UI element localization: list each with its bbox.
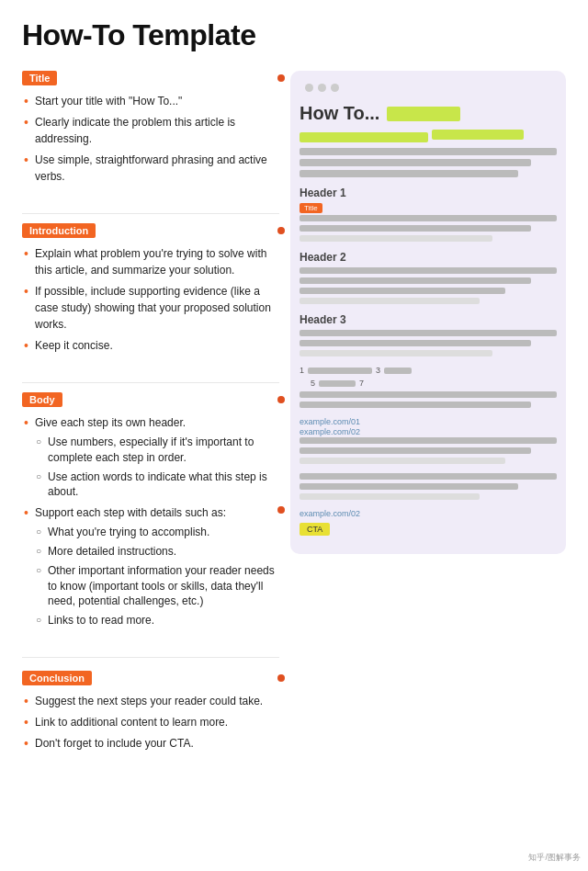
dot-3 bbox=[331, 84, 339, 92]
h1-bar-2 bbox=[300, 225, 531, 232]
h2-bar-4 bbox=[300, 298, 480, 304]
body-label: Body bbox=[22, 392, 62, 407]
connector-dot-conclusion bbox=[277, 674, 285, 682]
body-sub-1-2: Use action words to indicate what this s… bbox=[35, 469, 279, 501]
link-bar-2 bbox=[300, 447, 531, 454]
preview-header3: Header 3 bbox=[300, 313, 557, 326]
preview-links-section: example.com/01 example.com/02 bbox=[300, 417, 557, 464]
h2-bar-3 bbox=[300, 288, 505, 294]
body-section: Body Give each step its own header. Use … bbox=[22, 392, 279, 633]
link-1: example.com/01 bbox=[300, 417, 557, 426]
step-5: 5 bbox=[311, 379, 315, 388]
yellow-highlight-1 bbox=[300, 132, 428, 142]
dot-2 bbox=[318, 84, 326, 92]
step-3: 3 bbox=[376, 366, 380, 375]
title-bullet-list: Start your title with "How To..." Clearl… bbox=[22, 93, 279, 185]
body-bullet-1: Give each step its own header. Use numbe… bbox=[22, 414, 279, 500]
introduction-section: Introduction Explain what problem you're… bbox=[22, 223, 279, 358]
main-layout: Title Start your title with "How To..." … bbox=[22, 71, 566, 771]
right-preview: How To... Header 1 Title Header 2 bbox=[290, 71, 566, 554]
body-sub-list-1: Use numbers, especially if it's importan… bbox=[35, 435, 279, 500]
body-sub-2-1: What you're trying to accomplish. bbox=[35, 525, 279, 540]
steps-row-2: 5 7 bbox=[311, 379, 557, 388]
header1-tag-row: Title bbox=[300, 203, 557, 213]
preview-conclusion-section bbox=[300, 473, 557, 500]
title-section: Title Start your title with "How To..." … bbox=[22, 71, 279, 189]
browser-bar bbox=[300, 80, 557, 96]
h2-bar-2 bbox=[300, 277, 531, 284]
connector-dot-intro bbox=[277, 227, 285, 234]
conclusion-bullet-3: Don't forget to include your CTA. bbox=[22, 735, 279, 752]
gray-bar-2 bbox=[300, 159, 531, 166]
h1-bar-1 bbox=[300, 215, 557, 221]
intro-bullet-2: If possible, include supporting evidence… bbox=[22, 283, 279, 333]
connector-dot-body2 bbox=[277, 506, 285, 514]
step-bar-1 bbox=[308, 368, 372, 374]
conclusion-label: Conclusion bbox=[22, 671, 92, 685]
gray-bar-1 bbox=[300, 148, 557, 155]
title-bullet-1: Start your title with "How To..." bbox=[22, 93, 279, 109]
preview-header3-section: Header 3 bbox=[300, 313, 557, 356]
title-bullet-2: Clearly indicate the problem this articl… bbox=[22, 114, 279, 147]
step-bar-full-2 bbox=[300, 402, 531, 408]
h3-bar-3 bbox=[300, 350, 492, 356]
left-column: Title Start your title with "How To..." … bbox=[22, 71, 279, 771]
introduction-label: Introduction bbox=[22, 223, 96, 238]
body-sub-list-2: What you're trying to accomplish. More d… bbox=[35, 525, 279, 628]
conclusion-bullet-2: Link to additional content to learn more… bbox=[22, 714, 279, 730]
intro-bullet-1: Explain what problem you're trying to so… bbox=[22, 245, 279, 278]
intro-bullet-list: Explain what problem you're trying to so… bbox=[22, 245, 279, 354]
title-bullet-3: Use simple, straightforward phrasing and… bbox=[22, 152, 279, 185]
steps-row: 1 3 bbox=[300, 366, 557, 375]
preview-steps-section: 1 3 5 7 bbox=[300, 366, 557, 408]
page-title: How-To Template bbox=[22, 18, 566, 52]
h2-bar-1 bbox=[300, 267, 557, 274]
link-bar-1 bbox=[300, 437, 557, 444]
yellow-highlight-2 bbox=[432, 130, 524, 140]
preview-title-section: How To... bbox=[300, 103, 557, 177]
preview-header2-section: Header 2 bbox=[300, 251, 557, 304]
step-bar-3 bbox=[384, 368, 412, 374]
link-2: example.com/02 bbox=[300, 427, 557, 436]
dot-1 bbox=[305, 84, 313, 92]
body-bullet-list: Give each step its own header. Use numbe… bbox=[22, 414, 279, 628]
intro-bullet-3: Keep it concise. bbox=[22, 337, 279, 354]
step-1: 1 bbox=[300, 366, 304, 375]
body-sub-1-1: Use numbers, especially if it's importan… bbox=[35, 435, 279, 466]
h3-bar-1 bbox=[300, 330, 557, 336]
gray-bar-3 bbox=[300, 170, 518, 177]
conc-bar-1 bbox=[300, 473, 557, 480]
preview-header1: Header 1 bbox=[300, 187, 557, 199]
step-bar-5 bbox=[319, 380, 356, 387]
body-sub-2-4: Links to to read more. bbox=[35, 613, 279, 628]
conclusion-section: Conclusion Suggest the next steps your r… bbox=[22, 671, 279, 756]
conclusion-bullet-list: Suggest the next steps your reader could… bbox=[22, 693, 279, 752]
watermark: 知乎/图解事务 bbox=[528, 852, 581, 864]
preview-cta-section: example.com/02 CTA bbox=[300, 509, 557, 536]
body-sub-2-2: More detailed instructions. bbox=[35, 544, 279, 560]
link-3: example.com/02 bbox=[300, 509, 557, 518]
preview-header2: Header 2 bbox=[300, 251, 557, 264]
step-7: 7 bbox=[359, 379, 364, 388]
connector-dot-title bbox=[277, 74, 285, 82]
h3-bar-2 bbox=[300, 340, 531, 346]
cta-button[interactable]: CTA bbox=[300, 523, 330, 536]
body-sub-2-3: Other important information your reader … bbox=[35, 563, 279, 609]
conc-bar-2 bbox=[300, 483, 518, 490]
body-bullet-2: Support each step with details such as: … bbox=[22, 504, 279, 628]
yellow-cta-btn: CTA bbox=[300, 519, 557, 536]
title-yellow-bar bbox=[387, 107, 460, 121]
h1-bar-3 bbox=[300, 235, 492, 242]
conclusion-bullet-1: Suggest the next steps your reader could… bbox=[22, 693, 279, 709]
orange-tag-h1: Title bbox=[300, 203, 322, 213]
preview-header1-section: Header 1 Title bbox=[300, 187, 557, 242]
step-bar-full bbox=[300, 391, 557, 398]
preview-how-to-title: How To... bbox=[300, 103, 557, 124]
connector-dot-body bbox=[277, 396, 285, 403]
title-label: Title bbox=[22, 71, 57, 85]
link-bar-3 bbox=[300, 458, 505, 464]
conc-bar-3 bbox=[300, 493, 480, 500]
